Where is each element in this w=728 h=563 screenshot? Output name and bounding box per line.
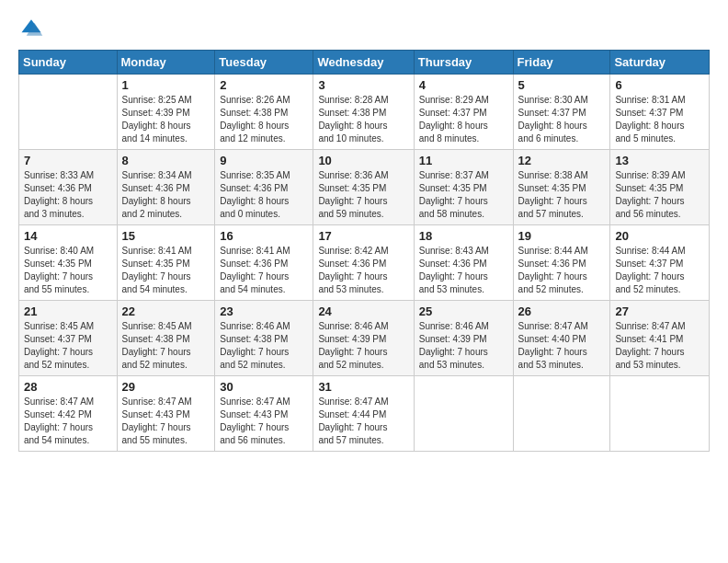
day-number: 28 <box>24 380 112 394</box>
calendar-cell: 4Sunrise: 8:29 AM Sunset: 4:37 PM Daylig… <box>414 75 513 150</box>
day-info: Sunrise: 8:46 AM Sunset: 4:39 PM Dayligh… <box>318 320 408 372</box>
calendar-cell: 12Sunrise: 8:38 AM Sunset: 4:35 PM Dayli… <box>513 150 610 225</box>
day-info: Sunrise: 8:25 AM Sunset: 4:39 PM Dayligh… <box>122 94 210 145</box>
calendar-cell: 1Sunrise: 8:25 AM Sunset: 4:39 PM Daylig… <box>117 75 215 150</box>
weekday-header-saturday: Saturday <box>610 51 710 75</box>
day-info: Sunrise: 8:47 AM Sunset: 4:43 PM Dayligh… <box>220 396 308 447</box>
day-number: 11 <box>419 154 508 167</box>
day-info: Sunrise: 8:45 AM Sunset: 4:38 PM Dayligh… <box>122 320 210 372</box>
calendar-cell: 25Sunrise: 8:46 AM Sunset: 4:39 PM Dayli… <box>414 301 513 376</box>
calendar-cell <box>513 376 610 452</box>
day-info: Sunrise: 8:33 AM Sunset: 4:36 PM Dayligh… <box>24 169 112 221</box>
calendar-cell: 8Sunrise: 8:34 AM Sunset: 4:36 PM Daylig… <box>117 150 215 225</box>
day-number: 12 <box>518 154 606 167</box>
day-number: 30 <box>220 380 308 394</box>
day-info: Sunrise: 8:30 AM Sunset: 4:37 PM Dayligh… <box>518 94 606 145</box>
day-info: Sunrise: 8:46 AM Sunset: 4:39 PM Dayligh… <box>419 320 508 372</box>
day-info: Sunrise: 8:31 AM Sunset: 4:37 PM Dayligh… <box>615 94 704 145</box>
calendar-table: SundayMondayTuesdayWednesdayThursdayFrid… <box>18 50 710 452</box>
day-info: Sunrise: 8:45 AM Sunset: 4:37 PM Dayligh… <box>24 320 112 372</box>
day-info: Sunrise: 8:41 AM Sunset: 4:35 PM Dayligh… <box>122 245 210 296</box>
calendar-cell: 23Sunrise: 8:46 AM Sunset: 4:38 PM Dayli… <box>215 301 313 376</box>
calendar-cell: 26Sunrise: 8:47 AM Sunset: 4:40 PM Dayli… <box>513 301 610 376</box>
calendar-cell: 3Sunrise: 8:28 AM Sunset: 4:38 PM Daylig… <box>313 75 414 150</box>
day-info: Sunrise: 8:47 AM Sunset: 4:44 PM Dayligh… <box>318 396 408 447</box>
calendar-cell: 27Sunrise: 8:47 AM Sunset: 4:41 PM Dayli… <box>610 301 710 376</box>
day-number: 4 <box>419 78 508 92</box>
weekday-header-thursday: Thursday <box>414 51 513 75</box>
calendar-cell <box>19 75 118 150</box>
logo-icon <box>18 15 44 40</box>
day-info: Sunrise: 8:28 AM Sunset: 4:38 PM Dayligh… <box>318 94 408 145</box>
day-info: Sunrise: 8:47 AM Sunset: 4:41 PM Dayligh… <box>615 320 704 372</box>
day-number: 18 <box>419 229 508 243</box>
calendar-cell: 21Sunrise: 8:45 AM Sunset: 4:37 PM Dayli… <box>19 301 118 376</box>
calendar-cell: 31Sunrise: 8:47 AM Sunset: 4:44 PM Dayli… <box>313 376 414 452</box>
day-number: 3 <box>318 78 408 92</box>
calendar-cell: 11Sunrise: 8:37 AM Sunset: 4:35 PM Dayli… <box>414 150 513 225</box>
day-number: 29 <box>122 380 210 394</box>
day-info: Sunrise: 8:44 AM Sunset: 4:37 PM Dayligh… <box>615 245 704 296</box>
day-info: Sunrise: 8:34 AM Sunset: 4:36 PM Dayligh… <box>122 169 210 221</box>
day-number: 31 <box>318 380 408 394</box>
day-info: Sunrise: 8:44 AM Sunset: 4:36 PM Dayligh… <box>518 245 606 296</box>
day-info: Sunrise: 8:46 AM Sunset: 4:38 PM Dayligh… <box>220 320 308 372</box>
day-number: 2 <box>220 78 308 92</box>
calendar-week-row: 21Sunrise: 8:45 AM Sunset: 4:37 PM Dayli… <box>19 301 710 376</box>
header <box>18 15 710 40</box>
calendar-page: SundayMondayTuesdayWednesdayThursdayFrid… <box>0 0 728 563</box>
day-number: 7 <box>24 154 112 167</box>
day-number: 20 <box>615 229 704 243</box>
weekday-header-tuesday: Tuesday <box>215 51 313 75</box>
calendar-cell: 14Sunrise: 8:40 AM Sunset: 4:35 PM Dayli… <box>19 225 118 301</box>
day-number: 1 <box>122 78 210 92</box>
day-number: 19 <box>518 229 606 243</box>
day-info: Sunrise: 8:47 AM Sunset: 4:40 PM Dayligh… <box>518 320 606 372</box>
weekday-header-row: SundayMondayTuesdayWednesdayThursdayFrid… <box>19 51 710 75</box>
calendar-cell: 19Sunrise: 8:44 AM Sunset: 4:36 PM Dayli… <box>513 225 610 301</box>
calendar-cell: 7Sunrise: 8:33 AM Sunset: 4:36 PM Daylig… <box>19 150 118 225</box>
calendar-week-row: 28Sunrise: 8:47 AM Sunset: 4:42 PM Dayli… <box>19 376 710 452</box>
day-number: 8 <box>122 154 210 167</box>
calendar-cell: 29Sunrise: 8:47 AM Sunset: 4:43 PM Dayli… <box>117 376 215 452</box>
calendar-cell: 9Sunrise: 8:35 AM Sunset: 4:36 PM Daylig… <box>215 150 313 225</box>
calendar-cell: 20Sunrise: 8:44 AM Sunset: 4:37 PM Dayli… <box>610 225 710 301</box>
day-info: Sunrise: 8:41 AM Sunset: 4:36 PM Dayligh… <box>220 245 308 296</box>
day-info: Sunrise: 8:26 AM Sunset: 4:38 PM Dayligh… <box>220 94 308 145</box>
day-number: 22 <box>122 304 210 318</box>
calendar-cell: 18Sunrise: 8:43 AM Sunset: 4:36 PM Dayli… <box>414 225 513 301</box>
calendar-cell: 24Sunrise: 8:46 AM Sunset: 4:39 PM Dayli… <box>313 301 414 376</box>
day-number: 14 <box>24 229 112 243</box>
calendar-cell: 30Sunrise: 8:47 AM Sunset: 4:43 PM Dayli… <box>215 376 313 452</box>
calendar-cell: 13Sunrise: 8:39 AM Sunset: 4:35 PM Dayli… <box>610 150 710 225</box>
weekday-header-friday: Friday <box>513 51 610 75</box>
day-info: Sunrise: 8:36 AM Sunset: 4:35 PM Dayligh… <box>318 169 408 221</box>
day-info: Sunrise: 8:35 AM Sunset: 4:36 PM Dayligh… <box>220 169 308 221</box>
calendar-cell: 28Sunrise: 8:47 AM Sunset: 4:42 PM Dayli… <box>19 376 118 452</box>
calendar-cell <box>414 376 513 452</box>
day-number: 27 <box>615 304 704 318</box>
day-number: 26 <box>518 304 606 318</box>
day-number: 9 <box>220 154 308 167</box>
calendar-week-row: 1Sunrise: 8:25 AM Sunset: 4:39 PM Daylig… <box>19 75 710 150</box>
day-number: 17 <box>318 229 408 243</box>
day-info: Sunrise: 8:40 AM Sunset: 4:35 PM Dayligh… <box>24 245 112 296</box>
calendar-cell: 6Sunrise: 8:31 AM Sunset: 4:37 PM Daylig… <box>610 75 710 150</box>
calendar-cell: 22Sunrise: 8:45 AM Sunset: 4:38 PM Dayli… <box>117 301 215 376</box>
day-info: Sunrise: 8:42 AM Sunset: 4:36 PM Dayligh… <box>318 245 408 296</box>
weekday-header-sunday: Sunday <box>19 51 118 75</box>
day-number: 23 <box>220 304 308 318</box>
day-number: 6 <box>615 78 704 92</box>
day-info: Sunrise: 8:38 AM Sunset: 4:35 PM Dayligh… <box>518 169 606 221</box>
day-info: Sunrise: 8:47 AM Sunset: 4:42 PM Dayligh… <box>24 396 112 447</box>
calendar-week-row: 14Sunrise: 8:40 AM Sunset: 4:35 PM Dayli… <box>19 225 710 301</box>
day-info: Sunrise: 8:47 AM Sunset: 4:43 PM Dayligh… <box>122 396 210 447</box>
calendar-cell: 17Sunrise: 8:42 AM Sunset: 4:36 PM Dayli… <box>313 225 414 301</box>
calendar-cell: 10Sunrise: 8:36 AM Sunset: 4:35 PM Dayli… <box>313 150 414 225</box>
day-info: Sunrise: 8:43 AM Sunset: 4:36 PM Dayligh… <box>419 245 508 296</box>
day-number: 25 <box>419 304 508 318</box>
day-number: 15 <box>122 229 210 243</box>
calendar-cell: 5Sunrise: 8:30 AM Sunset: 4:37 PM Daylig… <box>513 75 610 150</box>
calendar-cell: 16Sunrise: 8:41 AM Sunset: 4:36 PM Dayli… <box>215 225 313 301</box>
calendar-cell: 15Sunrise: 8:41 AM Sunset: 4:35 PM Dayli… <box>117 225 215 301</box>
